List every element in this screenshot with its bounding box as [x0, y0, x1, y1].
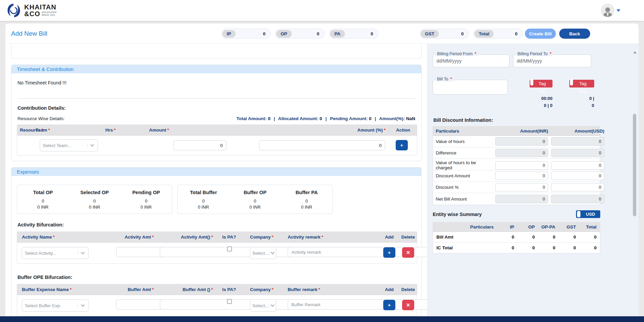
- col-team: Team*: [36, 128, 50, 133]
- billing-period-to-input[interactable]: [513, 55, 591, 67]
- panel-scrollbar[interactable]: [633, 44, 637, 322]
- team-select[interactable]: Select Team...: [40, 139, 98, 151]
- col-gst: GST: [556, 224, 576, 229]
- entity-row-ic-total: IC Total 0 0 0 0 0: [433, 243, 600, 253]
- net-bill-amount-inr-input: [495, 195, 548, 203]
- entity-table-header: Particulars IP OP OP-PA GST Total: [433, 222, 600, 232]
- top-bar: KHAITAN &CO ADVOCATES SINCE 1911: [0, 0, 644, 21]
- separator: |: [274, 116, 275, 121]
- entity-row-bill-amt: Bill Amt 0 0 0 0 0: [433, 232, 600, 243]
- scrolled-card-remnant: [11, 44, 422, 59]
- col-company: Company*: [250, 287, 274, 292]
- timesheet-contribution-section: Timesheet & Contribution No Timesheet Fo…: [11, 65, 422, 161]
- discount-pct-inr-input[interactable]: [495, 183, 548, 191]
- discount-row-discount-pct: Discount %: [433, 182, 600, 193]
- bottom-navy-bar: [0, 316, 644, 322]
- total-buffer-stat: Total Buffer 0 0 INR: [178, 190, 229, 210]
- col-company: Company*: [250, 235, 274, 240]
- delete-activity-row-button[interactable]: ✕: [402, 247, 414, 258]
- tag-ts-time: 00:00: [530, 96, 552, 101]
- activity-table-row: Select Activity... Select... +: [17, 243, 417, 263]
- chevron-down-icon: [78, 304, 85, 307]
- col-ip: IP: [494, 224, 514, 229]
- col-buffer-amt: Buffer Amt*: [117, 287, 154, 292]
- amount-input[interactable]: [173, 140, 226, 150]
- entity-summary-table: Particulars IP OP OP-PA GST Total Bill A…: [433, 222, 600, 253]
- separator: |: [375, 116, 376, 121]
- resource-table: Resource* Team* Hrs* Amount* Amount (%)*…: [17, 124, 417, 155]
- discount-pct-usd-input[interactable]: [551, 183, 604, 191]
- col-activity-remark: Activity remark*: [288, 235, 323, 240]
- delete-buffer-row-button[interactable]: ✕: [402, 300, 414, 310]
- buffer-summary-card: Total Buffer 0 0 INR Buffer OP 0 0 INR B…: [177, 185, 333, 214]
- col-buffer-amt-fc: Buffer Amt ()*: [165, 287, 213, 292]
- discount-amount-inr-input[interactable]: [495, 172, 548, 180]
- no-timesheet-message: No Timesheet Found !!!: [17, 80, 416, 85]
- col-op-pa: OP-PA: [535, 224, 555, 229]
- add-activity-row-button[interactable]: +: [383, 247, 395, 258]
- company-logo: KHAITAN &CO ADVOCATES SINCE 1911: [6, 3, 57, 18]
- create-bill-button[interactable]: Create Bill: [525, 29, 556, 39]
- discount-row-value-of-hours: Value of hours: [433, 136, 600, 147]
- difference-usd-input: [551, 149, 604, 157]
- activity-table: Activity Name* Activity Amt* Activity Am…: [17, 231, 417, 264]
- add-buffer-row-button[interactable]: +: [383, 300, 395, 310]
- scrollbar-thumb[interactable]: [633, 114, 636, 216]
- discount-row-value-to-be-charged: Value of hours to be charged: [433, 159, 600, 170]
- buffer-expense-select[interactable]: Select Buffer Exp.: [22, 299, 88, 312]
- tag-ts-button[interactable]: Tag TS: [530, 80, 552, 87]
- back-button[interactable]: Back: [559, 29, 590, 39]
- value-to-be-charged-usd-input[interactable]: [551, 161, 604, 170]
- tag-exp-button[interactable]: Tag Exp: [569, 80, 594, 87]
- col-buffer-remark: Buffer remark*: [288, 287, 320, 292]
- discount-row-discount-amount: Discount Amount: [433, 170, 600, 182]
- col-hrs: Hrs*: [105, 128, 116, 133]
- user-avatar[interactable]: [601, 4, 614, 17]
- discount-row-net-bill-amount: Net Bill Amount: [433, 193, 600, 205]
- total-op-stat: Total OP 0 0 INR: [17, 190, 69, 210]
- counter-gst: GST 0: [420, 29, 469, 39]
- counter-ip-value: 0: [263, 31, 265, 36]
- add-resource-row-button[interactable]: +: [396, 140, 408, 150]
- billing-period-from-field: Billing Period From *: [433, 55, 509, 67]
- activity-select[interactable]: Select Activity...: [22, 247, 88, 259]
- chevron-down-icon: [269, 304, 274, 307]
- col-particulars: Particulars: [436, 224, 494, 229]
- amount-pct-input[interactable]: [259, 140, 385, 150]
- value-to-be-charged-inr-input[interactable]: [495, 161, 548, 170]
- company-select[interactable]: Select...: [250, 299, 276, 312]
- col-amount-pct: Amount (%)*: [345, 128, 386, 133]
- is-pa-checkbox[interactable]: [227, 299, 232, 304]
- tag-exp-group: Tag Exp 0 | 0: [569, 80, 594, 108]
- add-new-bill-card: Add New Bill IP 0 OP 0 PA 0 GST 0 Total …: [5, 24, 639, 322]
- left-column: Timesheet & Contribution No Timesheet Fo…: [5, 44, 427, 322]
- buffer-bifurcation-heading: Buffer OPE Bifurcation:: [17, 275, 415, 280]
- counter-total-label: Total: [474, 30, 494, 38]
- buffer-pa-stat: Buffer PA 0 0 INR: [281, 190, 332, 210]
- col-is-pa: Is PA?: [219, 235, 239, 240]
- discount-amount-usd-input[interactable]: [551, 172, 604, 180]
- scroll-up-arrow-icon[interactable]: [633, 51, 637, 53]
- entity-summary-heading: Entity wise Summary: [433, 212, 482, 217]
- counter-gst-value: 0: [461, 31, 464, 36]
- expense-summary: Total OP 0 0 INR Selected OP 0 0 INR Pen…: [17, 185, 416, 214]
- khaitan-logo-icon: [6, 3, 22, 18]
- bill-to-input[interactable]: [433, 80, 508, 95]
- col-total: Total: [576, 224, 597, 229]
- discount-table-header: Particulars Amount(INR) Amount(USD): [433, 127, 600, 136]
- is-pa-checkbox[interactable]: [227, 247, 232, 251]
- currency-toggle-usd[interactable]: USD: [576, 210, 600, 218]
- billing-period-from-input[interactable]: [433, 55, 509, 67]
- col-activity-amt: Activity Amt*: [117, 235, 154, 240]
- tag-ts-count: 0 | 0: [530, 103, 552, 108]
- pending-amount-value: 0: [369, 116, 371, 121]
- contribution-details-heading: Contribution Details:: [17, 105, 415, 111]
- billing-period-to-label: Billing Period To *: [516, 51, 553, 56]
- company-select[interactable]: Select...: [250, 247, 276, 259]
- value-of-hours-inr-input: [495, 137, 548, 146]
- counter-total: Total 0: [473, 29, 523, 39]
- user-menu-caret-icon[interactable]: [616, 9, 620, 12]
- resource-table-header: Resource* Team* Hrs* Amount* Amount (%)*…: [17, 125, 417, 136]
- logo-tagline-2: SINCE 1911: [41, 14, 55, 16]
- activity-bifurcation-heading: Activity Bifurcation:: [17, 222, 415, 227]
